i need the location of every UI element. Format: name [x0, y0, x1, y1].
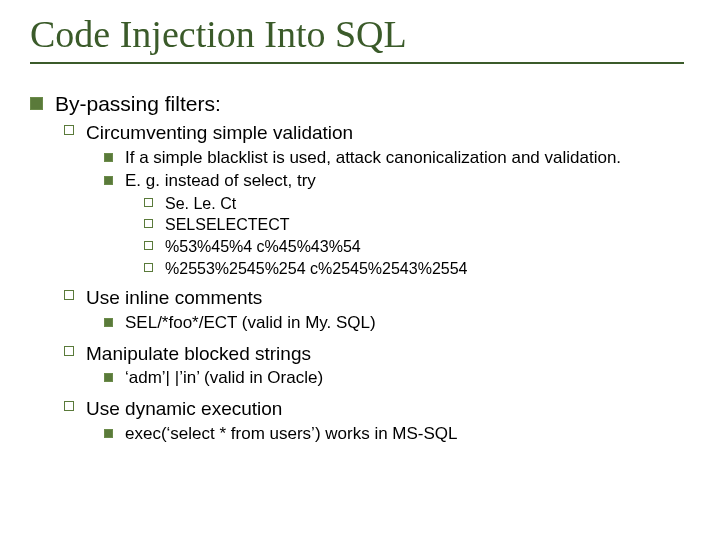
- bullet-text: %53%45%4 c%45%43%54: [165, 236, 684, 258]
- square-bullet-icon: [104, 153, 113, 162]
- bullet-level4: SELSELECTECT: [144, 214, 684, 236]
- slide-title: Code Injection Into SQL: [30, 10, 684, 64]
- bullet-level1: By-passing filters:: [30, 90, 684, 118]
- bullet-text: %2553%2545%254 c%2545%2543%2554: [165, 258, 684, 280]
- slide: Code Injection Into SQL By-passing filte…: [0, 0, 720, 456]
- bullet-level2: Manipulate blocked strings: [64, 341, 684, 367]
- bullet-level4: Se. Le. Ct: [144, 193, 684, 215]
- hollow-square-bullet-icon: [64, 401, 74, 411]
- square-bullet-icon: [104, 318, 113, 327]
- hollow-square-bullet-icon: [144, 198, 153, 207]
- bullet-level3: SEL/*foo*/ECT (valid in My. SQL): [104, 312, 684, 335]
- bullet-level2: Use inline comments: [64, 285, 684, 311]
- hollow-square-bullet-icon: [144, 263, 153, 272]
- bullet-text: exec(‘select * from users’) works in MS-…: [125, 423, 684, 446]
- hollow-square-bullet-icon: [144, 241, 153, 250]
- bullet-level3: If a simple blacklist is used, attack ca…: [104, 147, 684, 170]
- bullet-text: SEL/*foo*/ECT (valid in My. SQL): [125, 312, 684, 335]
- bullet-level2: Use dynamic execution: [64, 396, 684, 422]
- hollow-square-bullet-icon: [64, 290, 74, 300]
- square-bullet-icon: [104, 373, 113, 382]
- bullet-text: If a simple blacklist is used, attack ca…: [125, 147, 684, 170]
- bullet-text: Manipulate blocked strings: [86, 341, 684, 367]
- square-bullet-icon: [104, 176, 113, 185]
- bullet-text: SELSELECTECT: [165, 214, 684, 236]
- bullet-level4: %53%45%4 c%45%43%54: [144, 236, 684, 258]
- bullet-text: Circumventing simple validation: [86, 120, 684, 146]
- bullet-text: Se. Le. Ct: [165, 193, 684, 215]
- bullet-text: ‘adm’| |’in’ (valid in Oracle): [125, 367, 684, 390]
- bullet-level2: Circumventing simple validation: [64, 120, 684, 146]
- bullet-level3: E. g. instead of select, try: [104, 170, 684, 193]
- square-bullet-icon: [104, 429, 113, 438]
- bullet-level3: ‘adm’| |’in’ (valid in Oracle): [104, 367, 684, 390]
- hollow-square-bullet-icon: [64, 125, 74, 135]
- hollow-square-bullet-icon: [64, 346, 74, 356]
- bullet-text: Use inline comments: [86, 285, 684, 311]
- bullet-text: E. g. instead of select, try: [125, 170, 684, 193]
- bullet-text: Use dynamic execution: [86, 396, 684, 422]
- hollow-square-bullet-icon: [144, 219, 153, 228]
- bullet-level4: %2553%2545%254 c%2545%2543%2554: [144, 258, 684, 280]
- bullet-text: By-passing filters:: [55, 90, 684, 118]
- square-bullet-icon: [30, 97, 43, 110]
- bullet-level3: exec(‘select * from users’) works in MS-…: [104, 423, 684, 446]
